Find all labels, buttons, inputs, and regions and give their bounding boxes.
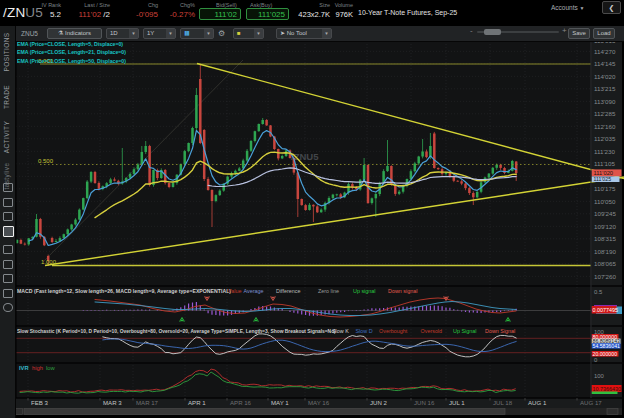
svg-text:108'065: 108'065 bbox=[594, 260, 616, 267]
svg-text:0.500: 0.500 bbox=[38, 158, 54, 164]
svg-text:110'050: 110'050 bbox=[594, 198, 616, 205]
svg-text:Zero line: Zero line bbox=[318, 288, 339, 294]
svg-text:Average: Average bbox=[244, 288, 264, 294]
svg-text:Up signal: Up signal bbox=[353, 288, 375, 294]
svg-text:Slow Stochastic (K Period=10,: Slow Stochastic (K Period=10, D Period=1… bbox=[17, 329, 336, 334]
svg-text:109'120: 109'120 bbox=[594, 223, 616, 230]
svg-text:114'145: 114'145 bbox=[594, 60, 616, 67]
svg-text:Slow D: Slow D bbox=[356, 328, 373, 334]
svg-text:1.000: 1.000 bbox=[41, 259, 57, 265]
svg-text:MAY 1: MAY 1 bbox=[271, 399, 289, 406]
svg-text:AUG 1: AUG 1 bbox=[528, 399, 547, 406]
svg-text:APR 16: APR 16 bbox=[230, 399, 252, 406]
svg-text:Up Signal: Up Signal bbox=[453, 328, 476, 334]
svg-text:Difference: Difference bbox=[276, 288, 300, 294]
svg-text:108'315: 108'315 bbox=[594, 235, 616, 242]
svg-text:MAR 3: MAR 3 bbox=[103, 399, 122, 406]
svg-text:112'160: 112'160 bbox=[594, 123, 616, 130]
svg-text:113'090: 113'090 bbox=[594, 98, 616, 105]
svg-text:AUG 17: AUG 17 bbox=[580, 399, 602, 406]
svg-text:112'285: 112'285 bbox=[594, 110, 616, 117]
svg-text:IVR: IVR bbox=[19, 365, 29, 371]
svg-text:high: high bbox=[32, 365, 43, 371]
svg-text:107'260: 107'260 bbox=[594, 273, 616, 280]
svg-text:MAR 17: MAR 17 bbox=[136, 399, 159, 406]
svg-text:111'020: 111'020 bbox=[594, 170, 614, 176]
svg-text:108'190: 108'190 bbox=[594, 248, 616, 255]
svg-text:APR 1: APR 1 bbox=[188, 399, 206, 406]
svg-text:111'025: 111'025 bbox=[594, 176, 612, 182]
svg-text:111'230: 111'230 bbox=[594, 148, 615, 155]
svg-text:JUN 16: JUN 16 bbox=[414, 399, 435, 406]
svg-text:MAY 16: MAY 16 bbox=[308, 399, 330, 406]
svg-text:114'020: 114'020 bbox=[594, 73, 616, 80]
svg-text:Oversold: Oversold bbox=[421, 328, 443, 334]
svg-text:MACD (Fast length=12, Slow len: MACD (Fast length=12, Slow length=26, MA… bbox=[17, 288, 231, 294]
svg-text:0.5: 0.5 bbox=[594, 289, 603, 295]
svg-text:JUN 2: JUN 2 bbox=[370, 399, 388, 406]
svg-text:111'105: 111'105 bbox=[594, 160, 615, 167]
svg-text:54.5836041: 54.5836041 bbox=[593, 343, 621, 349]
svg-text:0.0077495: 0.0077495 bbox=[593, 307, 618, 313]
svg-text:JUL 1: JUL 1 bbox=[449, 399, 465, 406]
svg-text:112'035: 112'035 bbox=[594, 135, 616, 142]
svg-text:10.7366430: 10.7366430 bbox=[593, 386, 621, 392]
svg-text:low: low bbox=[46, 365, 56, 371]
svg-text:Down Signal: Down Signal bbox=[485, 328, 515, 334]
svg-text:114'270: 114'270 bbox=[594, 48, 616, 55]
svg-text:109'245: 109'245 bbox=[594, 210, 616, 217]
svg-text:110'175: 110'175 bbox=[594, 185, 616, 192]
svg-text:Slow K: Slow K bbox=[332, 328, 349, 334]
svg-text:Value: Value bbox=[228, 288, 241, 294]
svg-text:100: 100 bbox=[594, 373, 605, 379]
svg-text:FEB 3: FEB 3 bbox=[31, 399, 49, 406]
svg-text:EMA (Price=CLOSE, Length=50, D: EMA (Price=CLOSE, Length=50, Displace=0) bbox=[17, 58, 126, 64]
svg-text:JUL 18: JUL 18 bbox=[493, 399, 513, 406]
svg-text:EMA (Price=CLOSE, Length=21, D: EMA (Price=CLOSE, Length=21, Displace=0) bbox=[17, 49, 126, 55]
svg-text:Overbought: Overbought bbox=[379, 328, 408, 334]
svg-text:Down signal: Down signal bbox=[388, 288, 417, 294]
svg-text:113'215: 113'215 bbox=[594, 85, 616, 92]
